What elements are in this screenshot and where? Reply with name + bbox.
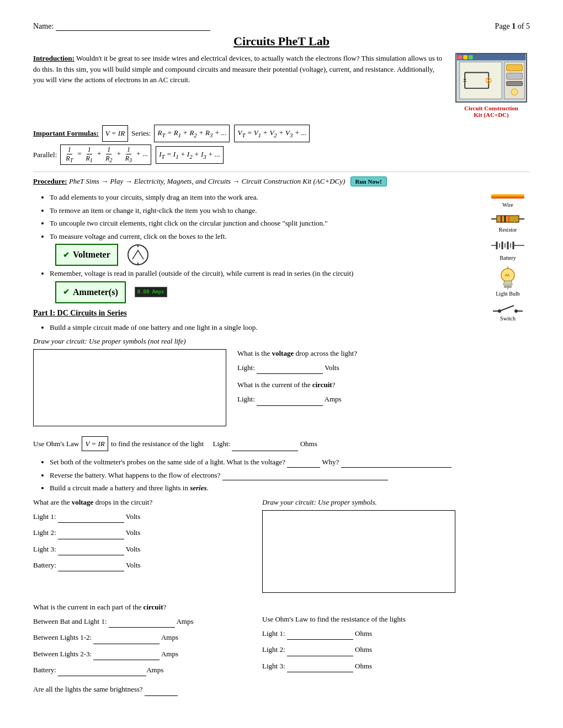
current-series-q: What is the current in each part of the … (33, 603, 480, 612)
ammeter-box: ✔ Ammeter(s) (55, 281, 126, 303)
wire-label: Wire (502, 202, 513, 208)
name-field: Name: (33, 22, 210, 31)
parallel-i-formula: IT = I1 + I2 + I3 + ... (156, 146, 224, 164)
wire-sidebar-item: Wire (491, 192, 524, 208)
svg-line-47 (500, 306, 514, 311)
intro-label: Introduction: (33, 54, 75, 62)
lights23-amps: Between Lights 2-3: Amps (33, 647, 251, 660)
parallel-label: Parallel: (33, 148, 57, 162)
procedure-list: To add elements to your circuits, simply… (50, 192, 480, 303)
electrons-flow-input[interactable] (222, 473, 388, 480)
voltmeter-label: Voltmeter (73, 248, 110, 261)
light3-volts-input[interactable] (58, 548, 124, 555)
resistor-sidebar-item: Resistor (491, 212, 524, 233)
circuit-draw-box-1 (33, 349, 226, 426)
battery-label: Battery (500, 255, 516, 261)
lights23-amps-input[interactable] (93, 652, 160, 660)
voltmeter-icon (127, 244, 149, 266)
r-light2-input[interactable] (287, 649, 353, 656)
light-volts-input[interactable] (257, 366, 323, 374)
lightbulb-sidebar-item: Light Bulb (496, 265, 520, 297)
svg-point-20 (128, 245, 148, 265)
svg-rect-16 (507, 65, 523, 71)
brightness-answer-input[interactable] (145, 688, 178, 696)
circuit-screenshot (455, 53, 527, 103)
battery-amps-input[interactable] (58, 668, 146, 676)
r-light1-input[interactable] (287, 632, 353, 640)
light2-volts: Light 2: Volts (33, 526, 251, 539)
series-left-col: What are the voltage drops in the circui… (33, 498, 251, 597)
series-r-formula: RT = R1 + R2 + R3 + ... (154, 125, 230, 142)
header-row: Name: Page 1 of 5 (33, 22, 530, 31)
wire-icon (491, 192, 524, 201)
main-content: To add elements to your circuits, simply… (33, 192, 480, 699)
voltage-probe-input[interactable] (287, 460, 320, 468)
light1-volts-input[interactable] (58, 515, 124, 523)
content-with-sidebar: To add elements to your circuits, simply… (33, 192, 530, 699)
circuit-draw-box-2 (262, 510, 455, 593)
r-light3-input[interactable] (287, 665, 353, 672)
sidebar-icons: Wire Resistor (486, 192, 530, 699)
currents-left-col: Between Bat and Light 1: Amps Between Li… (33, 615, 251, 680)
series-label: Series: (131, 126, 151, 141)
series-right-col: Draw your circuit: Use proper symbols. (262, 498, 480, 597)
circuit-label: Circuit Construction Kit (AC+DC) (464, 105, 518, 118)
name-label: Name: (33, 22, 54, 30)
voltage-q: What is the voltage drop across the ligh… (237, 349, 480, 358)
battery-volts-input[interactable] (58, 564, 124, 571)
voltage-drops-q: What are the voltage drops in the circui… (33, 498, 251, 507)
ammeter-display-box: 0.00 Amps (135, 287, 167, 298)
lights12-amps-input[interactable] (93, 636, 160, 644)
bullet-reverse-battery: Reverse the battery. What happens to the… (50, 470, 480, 481)
lightbulb-label: Light Bulb (496, 291, 520, 297)
battery-amps: Battery: Amps (33, 663, 251, 676)
ammeter-label: Ammeter(s) (73, 286, 118, 299)
battery-icon (491, 237, 524, 254)
circuit-image-box: Circuit Construction Kit (AC+DC) (453, 53, 530, 118)
switch-sidebar-item: Switch (493, 301, 523, 322)
brightness-q: Are all the lights the same brightness? (33, 683, 480, 695)
lights12-amps: Between Lights 1-2: Amps (33, 631, 251, 644)
r-light2: Light 2: Ohms (262, 643, 480, 656)
parallel-r-formula: 1RT = 1R1 + 1R2 + 1R3 + ... (60, 144, 151, 165)
procedure-section: Procedure: PheT Sims → Play → Electricit… (33, 176, 530, 186)
lightbulb-icon (496, 265, 520, 290)
svg-rect-4 (469, 55, 473, 60)
svg-rect-17 (507, 73, 523, 79)
light3-volts: Light 3: Volts (33, 543, 251, 555)
svg-point-19 (511, 89, 517, 95)
bat-light1-amps-input[interactable] (109, 620, 175, 628)
switch-label: Switch (500, 315, 516, 322)
currents-section: Between Bat and Light 1: Amps Between Li… (33, 615, 480, 680)
svg-rect-5 (460, 62, 502, 99)
svg-rect-18 (507, 82, 523, 86)
currents-right-col: Use Ohm's Law to find the resistance of … (262, 615, 480, 680)
r-light3: Light 3: Ohms (262, 660, 480, 672)
svg-rect-23 (491, 194, 524, 199)
procedure-text: PheT Sims → Play → Electricity, Magnets,… (69, 177, 345, 185)
title-section: Circuits PheT Lab (33, 34, 530, 49)
ohms-formula-inline: V = IR (82, 436, 108, 451)
intro-body: Wouldn't it be great to see inside wires… (33, 54, 442, 84)
light-ohms-input[interactable] (232, 443, 298, 451)
light2-volts-input[interactable] (58, 532, 124, 539)
step1-instruction: Build a simple circuit made of one batte… (50, 322, 480, 333)
ohms-law-formula: V = IR (102, 125, 128, 142)
light-amps-input[interactable] (257, 398, 323, 406)
list-item: To uncouple two circuit elements, right … (50, 218, 480, 229)
svg-rect-3 (463, 55, 468, 60)
run-now-button[interactable]: Run Now! (350, 176, 387, 186)
list-item: Remember, voltage is read in parallel (o… (50, 268, 480, 303)
light-amps-field: Light: Amps (237, 393, 480, 405)
formulas-section: Important Formulas: V = IR Series: RT = … (33, 125, 530, 165)
why-input[interactable] (341, 460, 452, 468)
svg-rect-25 (497, 216, 519, 222)
switch-icon (493, 301, 523, 314)
ammeter-checkbox: ✔ (63, 286, 70, 298)
bullet-series-circuit: Build a circuit made a battery and three… (50, 483, 480, 494)
light-volts-field: Light: Volts (237, 361, 480, 374)
current-q: What is the current of the circuit? (237, 381, 480, 389)
voltmeter-box: ✔ Voltmeter (55, 244, 118, 266)
bat-light1-amps: Between Bat and Light 1: Amps (33, 615, 251, 628)
formulas-label: Important Formulas: (33, 126, 99, 141)
